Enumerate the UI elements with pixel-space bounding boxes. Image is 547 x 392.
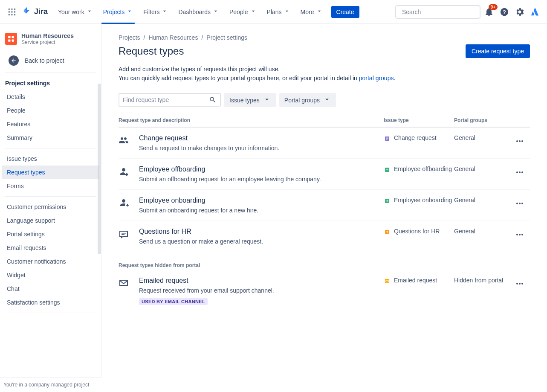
svg-point-17 [519, 140, 521, 142]
chevron-down-icon [212, 8, 219, 16]
row-issue-type: Employee offboarding [384, 166, 454, 183]
sidebar-item-language-support[interactable]: Language support [2, 214, 99, 227]
nav-plans[interactable]: Plans [263, 0, 294, 24]
svg-point-6 [9, 14, 10, 15]
hidden-section-label: Request types hidden from portal [119, 262, 530, 268]
notification-badge: 9+ [489, 4, 498, 10]
breadcrumb-settings[interactable]: Project settings [206, 34, 247, 41]
settings-button[interactable] [513, 5, 527, 19]
svg-point-22 [521, 171, 523, 173]
nav-label: Dashboards [178, 9, 211, 15]
nav-projects[interactable]: Projects [100, 0, 137, 24]
col-header-actions [509, 117, 530, 123]
svg-point-4 [11, 11, 12, 12]
request-description: Submit an offboarding request for an emp… [139, 176, 384, 183]
more-icon [515, 229, 525, 240]
svg-point-30 [519, 234, 521, 235]
more-actions-button[interactable] [513, 228, 527, 243]
page-title: Request types [119, 45, 184, 57]
issue-type-label: Employee onboarding [394, 197, 452, 203]
issue-type-icon [384, 166, 391, 173]
breadcrumb-projects[interactable]: Projects [119, 34, 140, 41]
request-row[interactable]: Employee onboarding Submit an onboarding… [119, 190, 530, 221]
find-request-type-input[interactable] [119, 93, 221, 107]
more-icon [515, 167, 525, 177]
row-portal-group: General [454, 197, 509, 214]
sidebar-item-people[interactable]: People [2, 104, 99, 117]
sidebar-item-request-types[interactable]: Request types [2, 166, 99, 179]
more-actions-button[interactable] [513, 277, 527, 292]
sidebar-item-issue-types[interactable]: Issue types [2, 152, 99, 166]
nav-label: Projects [103, 9, 125, 15]
jira-logo[interactable]: Jira [22, 7, 48, 17]
divider [5, 313, 96, 313]
svg-rect-12 [12, 36, 14, 38]
request-row[interactable]: Change request Send a request to make ch… [119, 128, 530, 159]
app-switcher-icon[interactable] [5, 5, 19, 19]
sidebar-item-satisfaction[interactable]: Satisfaction settings [2, 296, 99, 309]
svg-point-24 [516, 203, 518, 204]
create-button[interactable]: Create [331, 6, 359, 18]
sidebar-item-email-requests[interactable]: Email requests [2, 241, 99, 255]
breadcrumb-project-name[interactable]: Human Resources [148, 34, 198, 41]
issue-type-icon [384, 278, 391, 285]
sidebar-footer: You're in a company-managed project [0, 377, 101, 392]
find-input-field[interactable] [123, 96, 209, 103]
main-content: Projects / Human Resources / Project set… [101, 24, 547, 392]
sidebar-item-customer-notifications[interactable]: Customer notifications [2, 255, 99, 268]
row-portal-group: Hidden from portal [454, 277, 509, 305]
nav-more[interactable]: More [297, 0, 326, 24]
issue-types-filter[interactable]: Issue types [224, 93, 276, 107]
portal-groups-filter[interactable]: Portal groups [279, 93, 336, 107]
search-input[interactable] [402, 9, 477, 15]
svg-text:?: ? [386, 231, 388, 234]
more-actions-button[interactable] [513, 134, 527, 149]
breadcrumb-sep: / [201, 34, 203, 41]
request-type-icon [119, 277, 139, 305]
more-actions-button[interactable] [513, 197, 527, 212]
request-title: Change request [139, 134, 384, 142]
sidebar-item-features[interactable]: Features [2, 117, 99, 131]
svg-point-0 [9, 8, 10, 9]
sidebar-item-chat[interactable]: Chat [2, 282, 99, 296]
issue-type-label: Emailed request [394, 277, 437, 284]
sidebar-item-details[interactable]: Details [2, 90, 99, 104]
svg-point-20 [516, 171, 518, 173]
request-type-icon [119, 197, 139, 214]
breadcrumb: Projects / Human Resources / Project set… [119, 34, 530, 41]
back-to-project[interactable]: Back to project [3, 52, 98, 69]
top-nav: Jira Your work Projects Filters Dashboar… [0, 0, 547, 24]
svg-point-29 [516, 234, 518, 235]
chevron-down-icon [316, 8, 323, 16]
nav-filters[interactable]: Filters [140, 0, 171, 24]
nav-dashboards[interactable]: Dashboards [175, 0, 223, 24]
request-row[interactable]: Questions for HR Send us a question or m… [119, 221, 530, 252]
scrollbar[interactable] [98, 84, 101, 254]
request-row[interactable]: Emailed request Request received from yo… [119, 270, 530, 312]
portal-groups-link[interactable]: portal groups [359, 75, 394, 81]
notifications-button[interactable]: 9+ [482, 5, 496, 19]
sidebar-heading: Project settings [0, 76, 101, 90]
sidebar-item-widget[interactable]: Widget [2, 268, 99, 282]
create-request-type-button[interactable]: Create request type [466, 44, 530, 58]
sidebar-item-portal-settings[interactable]: Portal settings [2, 227, 99, 241]
row-portal-group: General [454, 134, 509, 151]
sidebar-item-customer-permissions[interactable]: Customer permissions [2, 200, 99, 214]
row-actions [509, 277, 530, 305]
project-icon [5, 33, 17, 45]
issue-type-icon: ? [384, 229, 391, 235]
nav-people[interactable]: People [226, 0, 260, 24]
filters: Issue types Portal groups [119, 93, 530, 107]
row-content: Change request Send a request to make ch… [139, 134, 384, 151]
sidebar-item-summary[interactable]: Summary [2, 131, 99, 145]
nav-label: Your work [58, 9, 84, 15]
nav-your-work[interactable]: Your work [55, 0, 96, 24]
help-button[interactable]: ? [498, 5, 511, 19]
search-box[interactable] [395, 5, 480, 19]
project-header[interactable]: Human Resources Service project [0, 24, 101, 50]
sidebar-item-forms[interactable]: Forms [2, 179, 99, 193]
request-row[interactable]: Employee offboarding Submit an offboardi… [119, 159, 530, 190]
more-actions-button[interactable] [513, 166, 527, 180]
atlassian-button[interactable] [528, 5, 542, 19]
svg-point-7 [11, 14, 12, 15]
